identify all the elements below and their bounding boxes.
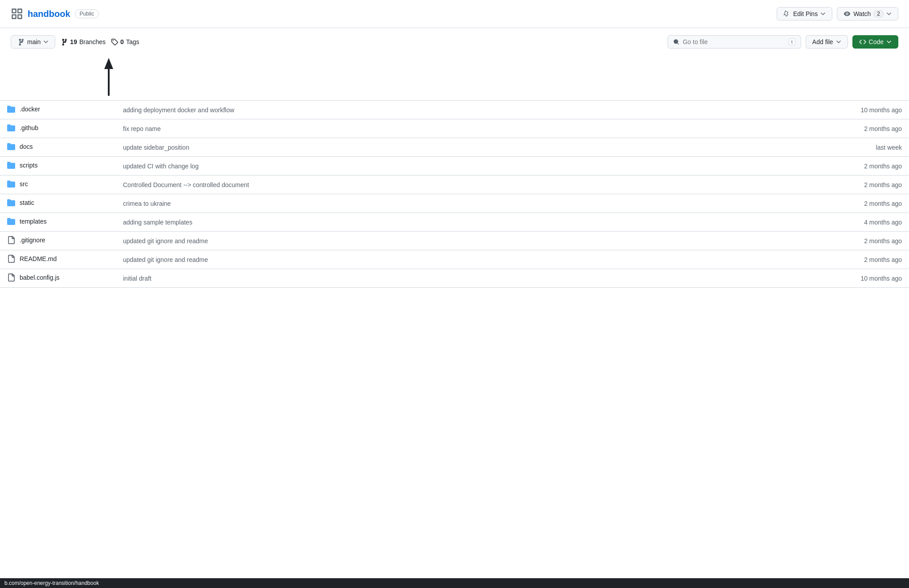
file-link[interactable]: static: [7, 199, 34, 207]
file-link[interactable]: .github: [7, 124, 38, 132]
commit-message: update sidebar_position: [116, 138, 829, 157]
tags-link[interactable]: 0 Tags: [111, 38, 139, 45]
file-link[interactable]: scripts: [7, 161, 37, 169]
file-link[interactable]: src: [7, 180, 28, 188]
watch-button[interactable]: Watch 2: [837, 7, 898, 20]
commit-message: initial draft: [116, 269, 829, 288]
search-box[interactable]: t: [667, 35, 801, 49]
add-file-chevron-icon: [836, 39, 841, 45]
commit-time: 4 months ago: [829, 213, 909, 232]
branches-count: 19: [70, 38, 77, 45]
file-link[interactable]: templates: [7, 217, 47, 225]
branch-selector[interactable]: main: [11, 35, 55, 49]
arrow-annotation: [11, 56, 909, 100]
file-link[interactable]: babel.config.js: [7, 274, 60, 282]
file-name: .gitignore: [20, 237, 45, 244]
file-name: .docker: [20, 106, 40, 113]
commit-message: Controlled Document --> controlled docum…: [116, 176, 829, 194]
toolbar-right: t Add file Code: [667, 35, 898, 49]
commit-message: updated git ignore and readme: [116, 232, 829, 250]
commit-message: crimea to ukraine: [116, 194, 829, 213]
file-icon: [7, 236, 15, 244]
commit-message: adding deployment docker and workflow: [116, 101, 829, 119]
folder-icon: [7, 199, 15, 207]
branch-icon: [17, 38, 25, 45]
chevron-down-icon: [820, 11, 826, 16]
svg-marker-5: [104, 58, 113, 69]
arrow-svg: [95, 56, 122, 100]
code-chevron-icon: [886, 39, 892, 45]
tags-label: Tags: [126, 38, 139, 45]
commit-message: updated CI with change log: [116, 157, 829, 176]
header-left: handbook Public: [11, 8, 99, 20]
toolbar-left: main 19 Branches 0 Tags: [11, 35, 139, 49]
svg-rect-1: [18, 9, 21, 13]
edit-pins-label: Edit Pins: [793, 10, 818, 17]
folder-icon: [7, 124, 15, 132]
search-kbd: t: [789, 38, 795, 45]
table-row: docs update sidebar_position last week: [0, 138, 909, 157]
folder-icon: [7, 161, 15, 169]
header-right: Edit Pins Watch 2: [777, 7, 898, 20]
folder-icon: [7, 180, 15, 188]
table-row: static crimea to ukraine 2 months ago: [0, 194, 909, 213]
commit-time: 2 months ago: [829, 119, 909, 138]
svg-rect-3: [18, 15, 21, 18]
table-row: .github fix repo name 2 months ago: [0, 119, 909, 138]
file-name: .github: [20, 124, 38, 131]
table-row: scripts updated CI with change log 2 mon…: [0, 157, 909, 176]
eye-icon: [843, 10, 851, 17]
branches-icon: [61, 38, 68, 45]
file-name: babel.config.js: [20, 274, 60, 281]
svg-rect-2: [12, 15, 16, 18]
svg-rect-0: [12, 9, 16, 13]
code-button[interactable]: Code: [852, 35, 898, 49]
table-row: babel.config.js initial draft 10 months …: [0, 269, 909, 288]
edit-pins-button[interactable]: Edit Pins: [777, 7, 832, 20]
commit-time: 10 months ago: [829, 269, 909, 288]
file-icon: [7, 255, 15, 263]
folder-icon: [7, 105, 15, 113]
add-file-button[interactable]: Add file: [806, 35, 848, 49]
commit-message: adding sample templates: [116, 213, 829, 232]
table-row: .gitignore updated git ignore and readme…: [0, 232, 909, 250]
table-row: README.md updated git ignore and readme …: [0, 250, 909, 269]
commit-time: 10 months ago: [829, 101, 909, 119]
commit-time: 2 months ago: [829, 232, 909, 250]
commit-time: 2 months ago: [829, 250, 909, 269]
file-icon: [7, 274, 15, 282]
table-row: .docker adding deployment docker and wor…: [0, 101, 909, 119]
add-file-label: Add file: [812, 38, 833, 45]
file-name: README.md: [20, 255, 57, 262]
repo-name[interactable]: handbook: [28, 9, 70, 19]
folder-icon: [7, 143, 15, 151]
code-icon: [859, 38, 866, 45]
tags-count: 0: [120, 38, 124, 45]
file-name: src: [20, 180, 28, 188]
table-row: templates adding sample templates 4 mont…: [0, 213, 909, 232]
page-header: handbook Public Edit Pins Watch 2: [0, 0, 909, 28]
commit-time: 2 months ago: [829, 176, 909, 194]
branches-link[interactable]: 19 Branches: [61, 38, 106, 45]
file-link[interactable]: docs: [7, 143, 33, 151]
repo-icon: [11, 8, 23, 20]
branches-label: Branches: [79, 38, 106, 45]
search-input[interactable]: [683, 38, 785, 45]
visibility-badge: Public: [75, 9, 99, 18]
file-name: scripts: [20, 162, 37, 169]
file-link[interactable]: .docker: [7, 105, 40, 113]
file-link[interactable]: .gitignore: [7, 236, 45, 244]
commit-message: fix repo name: [116, 119, 829, 138]
table-row: src Controlled Document --> controlled d…: [0, 176, 909, 194]
file-link[interactable]: README.md: [7, 255, 57, 263]
file-name: static: [20, 199, 34, 206]
branch-chevron-icon: [43, 39, 49, 45]
code-label: Code: [869, 38, 884, 45]
tag-icon: [111, 38, 118, 45]
commit-time: 2 months ago: [829, 157, 909, 176]
watch-label: Watch: [853, 10, 871, 17]
folder-icon: [7, 217, 15, 225]
search-icon: [673, 38, 679, 45]
file-table: .docker adding deployment docker and wor…: [0, 100, 909, 288]
commit-time: 2 months ago: [829, 194, 909, 213]
